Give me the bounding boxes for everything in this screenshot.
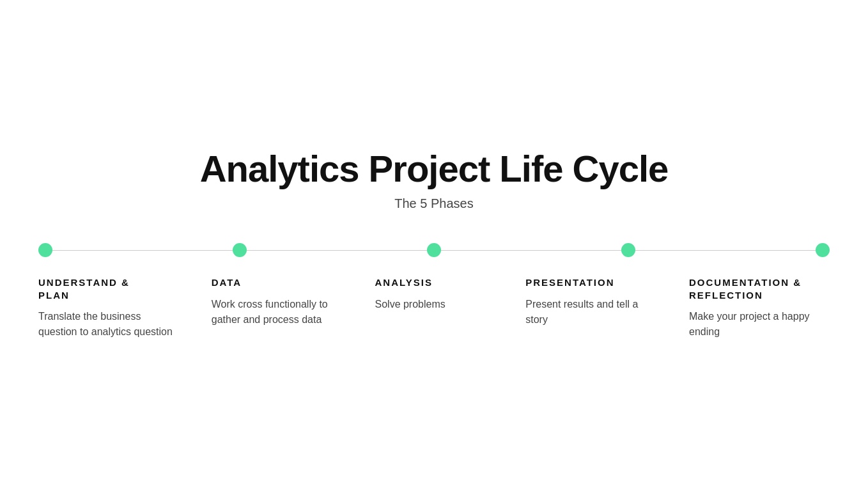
phase-4-desc: Present results and tell a story: [525, 297, 647, 327]
phase-3-desc: Solve problems: [375, 297, 446, 312]
phase-presentation: PRESENTATION Present results and tell a …: [519, 276, 647, 340]
phases-row: UNDERSTAND &PLAN Translate the business …: [38, 276, 830, 340]
phase-2-title: DATA: [212, 276, 242, 289]
subtitle: The 5 Phases: [394, 196, 473, 211]
dot-2: [233, 243, 247, 257]
phase-1-desc: Translate the business question to analy…: [38, 309, 176, 340]
main-title: Analytics Project Life Cycle: [200, 148, 669, 189]
page-container: Analytics Project Life Cycle The 5 Phase…: [0, 123, 868, 366]
timeline-dots-row: [38, 243, 830, 257]
dot-4: [621, 243, 635, 257]
line-3: [441, 250, 621, 251]
line-2: [247, 250, 427, 251]
phase-data: DATA Work cross functionally to gather a…: [205, 276, 333, 340]
timeline-section: UNDERSTAND &PLAN Translate the business …: [38, 243, 830, 340]
line-1: [52, 250, 233, 251]
phase-1-title: UNDERSTAND &PLAN: [38, 276, 130, 301]
dot-1: [38, 243, 52, 257]
phase-2-desc: Work cross functionally to gather and pr…: [212, 297, 333, 327]
phase-analysis: ANALYSIS Solve problems: [362, 276, 490, 340]
dot-5: [816, 243, 830, 257]
phase-3-title: ANALYSIS: [375, 276, 433, 289]
phase-5-desc: Make your project a happy ending: [689, 309, 830, 340]
phase-understand-plan: UNDERSTAND &PLAN Translate the business …: [38, 276, 176, 340]
dot-3: [427, 243, 441, 257]
line-4: [635, 250, 816, 251]
phase-5-title: DOCUMENTATION &REFLECTION: [689, 276, 802, 301]
phase-documentation-reflection: DOCUMENTATION &REFLECTION Make your proj…: [676, 276, 830, 340]
phase-4-title: PRESENTATION: [525, 276, 614, 289]
